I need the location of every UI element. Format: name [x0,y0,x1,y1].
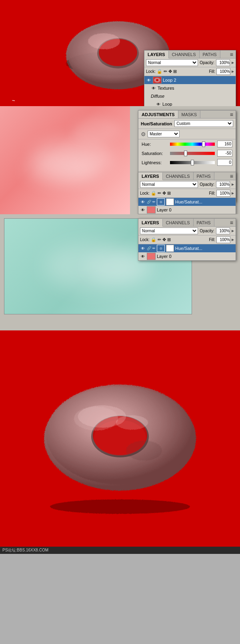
lightness-row: Lightness: 0 [138,158,236,167]
eye-icon-loop2[interactable]: 👁 [146,77,152,83]
opacity-arrow-1[interactable]: ▶ [232,61,234,64]
layer-name-layer0-3: Layer 0 [157,254,234,259]
tab-layers-2[interactable]: LAYERS [138,173,163,180]
tab-channels-1[interactable]: CHANNELS [169,50,200,58]
layers-content-wrapper-1: 👁 Loop 2 👁 Textures Diffus [144,76,236,106]
lock-icon-2[interactable]: 🔒 [151,191,156,196]
layers-panel-header-2: LAYERS CHANNELS PATHS ≡ [138,172,236,180]
fill-label-1: Fill: [209,69,215,74]
fill-input-2[interactable] [216,190,230,197]
move-icon-3[interactable]: ✥ [162,237,166,242]
svg-point-8 [156,79,158,81]
tab-paths-1[interactable]: PATHS [200,50,220,58]
hue-slider-track[interactable] [170,143,215,146]
eye-icon-layer0-3[interactable]: 👁 [140,254,146,259]
fill-label-3: Fill: [209,237,215,242]
fill-arrow-2[interactable]: ▶ [232,191,234,195]
brush-icon-2[interactable]: ✏ [158,191,161,196]
move-icon-1[interactable]: ✥ [168,69,172,74]
blend-row-3: Normal Opacity: ▶ [138,227,236,235]
panel-minimize-2[interactable]: ≡ [228,173,236,179]
brush-icon-1[interactable]: ✏ [164,69,167,74]
layer-row-huesat-3[interactable]: 👁 🔗 ✏ ⊙ Hue/Saturat... [138,244,236,252]
tab-layers-3[interactable]: LAYERS [138,219,163,227]
blend-mode-select-3[interactable]: Normal [140,227,198,234]
tab-paths-2[interactable]: PATHS [194,172,214,180]
opacity-arrow-2[interactable]: ▶ [232,183,234,186]
brush-icon-3[interactable]: ✏ [158,237,161,242]
eye-icon-layer0[interactable]: 👁 [140,207,146,213]
opacity-input-1[interactable] [216,59,230,66]
layers-panel-2: LAYERS CHANNELS PATHS ≡ Normal Opacity: … [138,172,236,214]
master-select[interactable]: Master [148,131,180,137]
saturation-slider-track[interactable] [170,152,215,155]
link-icon-huesat-3: 🔗 [147,246,151,250]
all-icon-1[interactable]: ⊞ [173,69,177,74]
opacity-label-3: Opacity: [200,229,214,233]
footer-bar: PS论坛:BBS.16XX8.COM [0,547,240,554]
fill-arrow-1[interactable]: ▶ [232,70,234,73]
watermark-1: ~ [12,98,16,104]
layer-row-layer0[interactable]: 👁 Layer 0 [138,206,236,214]
lightness-label: Lightness: [142,160,168,165]
eye-icon-huesat[interactable]: 👁 [140,199,146,205]
fill-input-1[interactable] [216,68,230,75]
lock-row-1: Lock: 🔒 ✏ ✥ ⊞ Fill: ▶ [144,67,236,76]
layer-row-textures[interactable]: 👁 Textures [144,84,236,92]
tab-channels-2[interactable]: CHANNELS [163,172,194,180]
saturation-slider-thumb[interactable] [184,151,187,156]
opacity-input-3[interactable] [216,227,230,234]
eye-icon-textures[interactable]: 👁 [151,85,156,91]
fill-arrow-3[interactable]: ▶ [232,238,234,242]
link-icon-huesat: 🔗 [147,200,151,204]
panel-minimize-1[interactable]: ≡ [228,51,236,58]
layers-content-3: 👁 🔗 ✏ ⊙ Hue/Saturat... 👁 Layer 0 [138,244,236,260]
layers-content-2: 👁 🔗 ✏ ⊙ Hue/Saturat... 👁 Layer 0 [138,198,236,214]
lock-icon-1[interactable]: 🔒 [157,69,162,74]
layer-row-loop[interactable]: 👁 Loop [144,100,236,106]
layer-row-diffuse[interactable]: Diffuse [144,92,236,100]
lock-label-2: Lock: [140,191,150,195]
layer-row-layer0-3[interactable]: 👁 Layer 0 [138,252,236,260]
opacity-label-2: Opacity: [200,182,214,187]
all-icon-2[interactable]: ⊞ [167,191,171,196]
opacity-input-2[interactable] [216,181,230,188]
fill-input-3[interactable] [216,236,230,243]
eye-icon-huesat-3[interactable]: 👁 [140,246,146,251]
blend-mode-select-1[interactable]: Normal [146,59,198,66]
layer-name-huesat-3: Hue/Saturat... [175,246,234,251]
blend-mode-select-2[interactable]: Normal [140,181,198,188]
saturation-label: Saturation: [142,151,168,156]
tab-layers-1[interactable]: LAYERS [144,51,169,58]
lock-icon-3[interactable]: 🔒 [151,237,156,242]
layers-panel-3: LAYERS CHANNELS PATHS ≡ Normal Opacity: … [138,218,236,261]
thumb-loop2 [153,76,162,84]
layer0-thumb [147,206,156,213]
opacity-label-1: Opacity: [200,60,214,65]
tab-paths-3[interactable]: PATHS [194,219,214,226]
opacity-arrow-3[interactable]: ▶ [232,229,234,233]
blend-row-2: Normal Opacity: ▶ [138,180,236,189]
svg-point-9 [50,499,190,514]
eye-icon-loop[interactable]: 👁 [156,101,161,106]
brush-icon-huesat-3: ✏ [152,246,156,250]
adj-minimize[interactable]: ≡ [228,111,236,118]
layer-row-huesat[interactable]: 👁 🔗 ✏ ⊙ Hue/Saturat... [138,198,236,206]
lock-row-3: Lock: 🔒 ✏ ✥ ⊞ Fill: ▶ [138,235,236,244]
lightness-slider-thumb[interactable] [191,160,194,165]
layer0-thumb-3 [147,253,156,260]
adj-master-row: ⚙ Master [138,129,236,139]
tab-adjustments[interactable]: ADJUSTMENTS [138,111,178,118]
layer-name-huesat: Hue/Saturat... [175,199,234,204]
hue-slider-thumb[interactable] [202,141,205,147]
tab-masks[interactable]: MASKS [178,111,201,118]
move-icon-2[interactable]: ✥ [162,191,166,196]
adj-preset-select[interactable]: Custom [174,120,233,127]
lightness-slider-track[interactable] [170,161,215,164]
svg-point-16 [126,441,162,461]
all-icon-3[interactable]: ⊞ [167,237,171,242]
panel-minimize-3[interactable]: ≡ [228,219,236,226]
layer-row-loop2[interactable]: 👁 Loop 2 [144,76,236,84]
huesat-mask-3 [166,245,174,252]
tab-channels-3[interactable]: CHANNELS [163,219,194,226]
